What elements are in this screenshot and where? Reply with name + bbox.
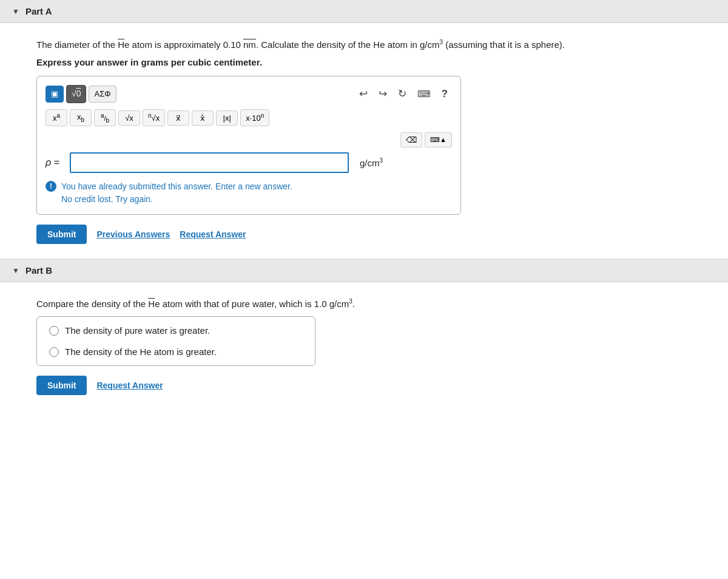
part-b-label: Part B — [25, 265, 52, 276]
part-a-header: ▼ Part A — [0, 0, 728, 23]
delete-keyboard-row: ⌫ ⌨▲ — [46, 132, 452, 147]
feedback-line1: You have already submitted this answer. … — [61, 180, 292, 193]
vector-btn[interactable]: x⃗ — [167, 110, 189, 126]
redo-btn[interactable]: ↪ — [374, 86, 391, 102]
part-a-actions: Submit Previous Answers Request Answer — [36, 225, 692, 244]
superscript-btn[interactable]: xa — [46, 109, 67, 126]
radio-label-1: The density of pure water is greater. — [65, 325, 210, 336]
radio-input-1[interactable] — [49, 326, 59, 336]
show-keyboard-btn[interactable]: ⌨▲ — [425, 132, 452, 147]
undo-btn[interactable]: ↩ — [355, 86, 372, 102]
sqrt-mode-btn[interactable]: √0 — [66, 85, 86, 103]
refresh-btn[interactable]: ↻ — [394, 86, 411, 102]
sci-notation-btn[interactable]: x·10n — [240, 109, 269, 126]
radio-option-1[interactable]: The density of pure water is greater. — [49, 325, 303, 336]
part-a-content: The diameter of the He atom is approxima… — [0, 23, 728, 259]
radio-label-2: The density of the He atom is greater. — [65, 347, 217, 357]
abs-btn[interactable]: |x| — [216, 110, 238, 126]
help-btn[interactable]: ? — [437, 86, 452, 102]
subscript-btn[interactable]: xb — [70, 109, 92, 126]
part-b-actions: Submit Request Answer — [36, 376, 692, 395]
keyboard-btn[interactable]: ⌨ — [413, 87, 435, 101]
part-b-chevron-icon[interactable]: ▼ — [12, 266, 19, 275]
part-b-content: Compare the density of the He atom with … — [0, 282, 728, 410]
part-b-header: ▼ Part B — [0, 259, 728, 282]
alpha-sigma-phi-btn[interactable]: ΑΣΦ — [89, 86, 116, 103]
request-answer-button[interactable]: Request Answer — [180, 229, 246, 239]
part-b-submit-button[interactable]: Submit — [36, 376, 87, 395]
delete-btn[interactable]: ⌫ — [400, 132, 422, 147]
feedback-icon: ! — [46, 181, 56, 192]
answer-row: ρ = g/cm3 — [46, 152, 452, 173]
feedback-line2: No credit lost. Try again. — [61, 193, 292, 206]
hat-btn[interactable]: x̂ — [192, 110, 214, 126]
express-instruction: Express your answer in grams per cubic c… — [36, 57, 692, 67]
toolbar-row-1: ▣ √0 ΑΣΦ ↩ ↪ ↻ ⌨ ? — [46, 85, 452, 103]
part-a-submit-button[interactable]: Submit — [36, 225, 87, 244]
radio-options-box: The density of pure water is greater. Th… — [36, 316, 315, 366]
part-a-question-text: The diameter of the He atom is approxima… — [36, 38, 692, 52]
part-b-request-answer-button[interactable]: Request Answer — [96, 381, 163, 390]
answer-input[interactable] — [70, 152, 349, 173]
text-mode-btn[interactable]: ▣ — [46, 86, 64, 103]
part-a-label: Part A — [25, 6, 52, 16]
math-input-box: ▣ √0 ΑΣΦ ↩ ↪ ↻ ⌨ ? xa xb a/b √x n√x x⃗ x… — [36, 76, 461, 215]
part-b-question-text: Compare the density of the He atom with … — [36, 297, 692, 311]
feedback-text: You have already submitted this answer. … — [61, 180, 292, 206]
math-buttons-row: xa xb a/b √x n√x x⃗ x̂ |x| x·10n — [46, 109, 452, 127]
sqrt-btn[interactable]: √x — [118, 110, 140, 126]
radio-option-2[interactable]: The density of the He atom is greater. — [49, 347, 303, 357]
previous-answers-button[interactable]: Previous Answers — [96, 229, 170, 239]
feedback-row: ! You have already submitted this answer… — [46, 180, 452, 206]
chevron-down-icon[interactable]: ▼ — [12, 7, 19, 16]
rho-equals-label: ρ = — [46, 157, 64, 168]
fraction-btn[interactable]: a/b — [94, 109, 116, 127]
nthroot-btn[interactable]: n√x — [143, 109, 165, 126]
unit-label: g/cm3 — [360, 157, 383, 168]
radio-input-2[interactable] — [49, 347, 59, 357]
